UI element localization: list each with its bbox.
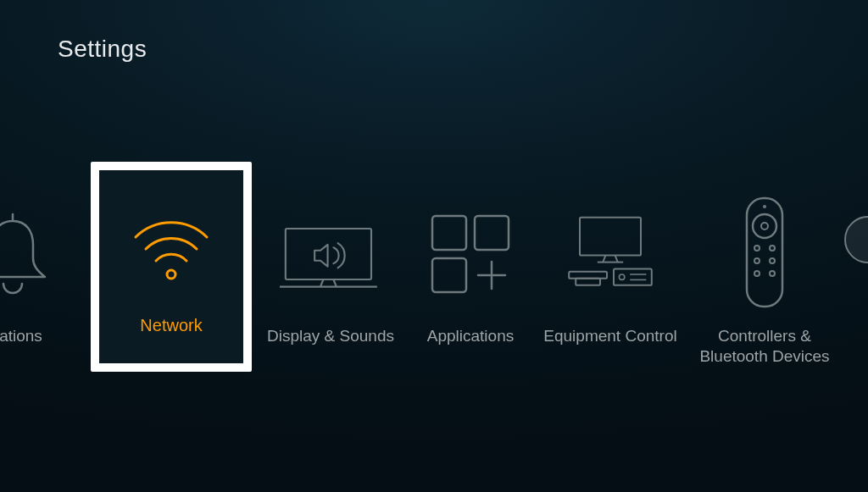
tile-label: Applications — [427, 326, 514, 346]
svg-point-29 — [763, 205, 766, 208]
tile-label: Controllers & Bluetooth Devices — [693, 326, 837, 367]
tile-controllers-bluetooth[interactable]: Controllers & Bluetooth Devices — [688, 199, 841, 367]
svg-point-25 — [754, 258, 760, 263]
tile-applications[interactable]: Applications — [407, 199, 534, 346]
tile-label: Display & Sounds — [267, 326, 394, 346]
svg-point-26 — [770, 258, 775, 263]
svg-point-28 — [770, 271, 775, 276]
svg-point-23 — [754, 246, 760, 251]
apps-grid-icon — [420, 199, 521, 309]
tile-label: fications — [0, 326, 42, 346]
bell-icon — [0, 199, 64, 309]
svg-point-24 — [770, 246, 775, 251]
svg-point-0 — [167, 270, 175, 279]
svg-point-22 — [761, 223, 768, 229]
equipment-icon — [559, 199, 661, 309]
svg-line-12 — [615, 256, 618, 263]
tile-label: Network — [140, 316, 202, 335]
svg-point-17 — [619, 274, 624, 279]
svg-point-21 — [753, 214, 776, 238]
svg-rect-15 — [576, 279, 600, 285]
svg-point-27 — [754, 271, 760, 276]
tile-network-inner: Network — [99, 170, 243, 363]
svg-rect-14 — [569, 272, 607, 279]
svg-rect-10 — [580, 218, 641, 256]
settings-carousel: fications Network — [0, 165, 868, 419]
wifi-icon — [120, 199, 222, 292]
svg-rect-7 — [432, 258, 466, 292]
tile-label: Equipment Control — [543, 326, 676, 346]
svg-rect-5 — [432, 216, 466, 250]
tile-display-sounds[interactable]: Display & Sounds — [263, 199, 398, 346]
svg-line-11 — [603, 256, 605, 263]
tile-notifications[interactable]: fications — [0, 199, 76, 346]
tile-equipment-control[interactable]: Equipment Control — [542, 199, 678, 346]
svg-rect-6 — [475, 216, 509, 250]
svg-line-4 — [333, 279, 336, 287]
remote-icon — [714, 199, 815, 309]
page-title: Settings — [58, 36, 147, 63]
tv-sound-icon — [280, 199, 381, 309]
svg-line-3 — [320, 279, 323, 287]
tile-network[interactable]: Network — [91, 162, 252, 372]
